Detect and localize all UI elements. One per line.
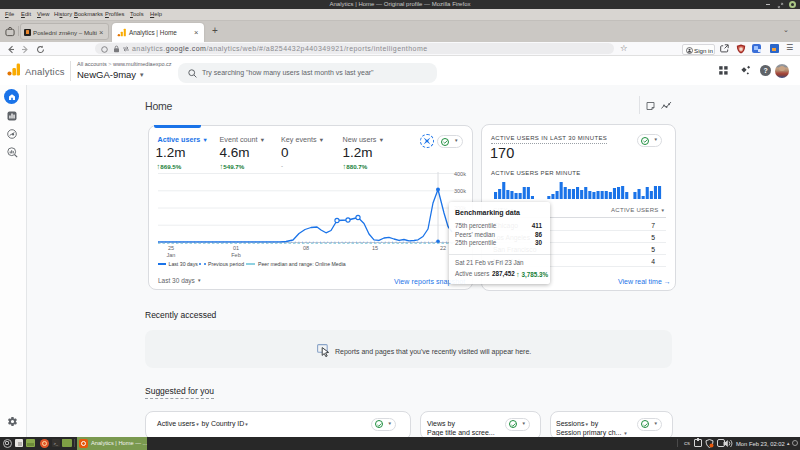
svg-text:01: 01 (233, 245, 239, 251)
svg-text:Jan: Jan (167, 252, 176, 258)
svg-text:25: 25 (168, 245, 174, 251)
svg-text:300k: 300k (454, 188, 466, 194)
svg-text:Feb: Feb (231, 252, 240, 258)
svg-text:08: 08 (303, 245, 309, 251)
svg-text:400k: 400k (454, 171, 466, 177)
svg-text:15: 15 (372, 245, 378, 251)
svg-text:22: 22 (440, 245, 446, 251)
